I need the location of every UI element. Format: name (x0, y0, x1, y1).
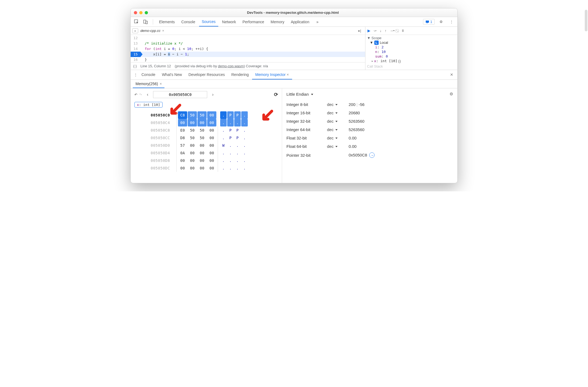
hex-byte[interactable]: 00 (188, 119, 197, 126)
hex-byte[interactable]: 00 (197, 119, 207, 126)
panel-tab-application[interactable]: Application (288, 18, 312, 26)
hex-byte[interactable]: 50 (197, 126, 207, 134)
refresh-icon[interactable]: ⟳ (274, 92, 278, 98)
ascii-char[interactable]: . (220, 126, 227, 134)
minimize-window-button[interactable] (139, 11, 143, 14)
value-format-select[interactable]: dec (327, 144, 349, 149)
panel-tab-network[interactable]: Network (219, 18, 239, 26)
undo-icon[interactable]: ↶ (134, 93, 137, 97)
scope-variable[interactable]: i: 2 (367, 45, 456, 49)
ascii-char[interactable]: . (220, 164, 227, 172)
hex-byte[interactable]: E0 (178, 126, 187, 134)
hex-byte[interactable]: 00 (197, 142, 207, 149)
settings-icon[interactable]: ⚙ (437, 18, 445, 26)
hex-byte[interactable]: 00 (197, 149, 207, 157)
device-icon[interactable] (142, 18, 150, 26)
ascii-char[interactable]: . (220, 149, 227, 157)
hex-byte[interactable]: 00 (207, 126, 216, 134)
hex-byte[interactable]: 57 (178, 142, 187, 149)
maximize-window-button[interactable] (145, 11, 148, 14)
hex-byte[interactable]: 00 (188, 157, 197, 164)
line-number[interactable]: 16 (131, 57, 140, 62)
ascii-char[interactable]: . (227, 149, 234, 157)
hex-byte[interactable]: 50 (188, 126, 197, 134)
drawer-tab-what-s-new[interactable]: What's New (158, 70, 185, 79)
drawer-more-icon[interactable]: ⋮ (133, 73, 138, 77)
pause-exceptions-icon[interactable]: ⏸ (401, 29, 405, 33)
code-line[interactable]: for (int i = 0; i < 10; ++i) { (140, 46, 365, 52)
panel-tab-sources[interactable]: Sources (199, 17, 218, 26)
ascii-char[interactable]: . (234, 164, 241, 172)
ascii-char[interactable]: . (220, 111, 227, 119)
ascii-char[interactable]: . (241, 149, 248, 157)
navigator-icon[interactable]: ▸ (132, 28, 138, 33)
step-over-icon[interactable]: ⤻ (374, 29, 376, 33)
file-tab[interactable]: demo-cpp.cc × (138, 28, 166, 34)
hex-byte[interactable]: 00 (207, 134, 216, 142)
ascii-char[interactable]: P (234, 126, 241, 134)
hex-byte[interactable]: 00 (178, 164, 187, 172)
value-format-select[interactable]: dec (327, 102, 349, 107)
close-drawer-icon[interactable]: × (448, 72, 455, 78)
callstack-header[interactable]: Call Stack (367, 64, 456, 69)
ascii-char[interactable]: P (227, 126, 234, 134)
ascii-char[interactable]: P (234, 134, 241, 142)
ascii-char[interactable]: . (227, 119, 234, 126)
ascii-char[interactable]: . (220, 134, 227, 142)
hex-grid[interactable]: 005050C0C8505000.PP.005050C400000000....… (151, 111, 278, 172)
line-number[interactable]: 15 (131, 52, 140, 57)
endianness-select[interactable]: Little Endian (286, 92, 313, 96)
panel-tab-console[interactable]: Console (179, 18, 198, 26)
code-line[interactable]: } (140, 57, 365, 62)
value-format-select[interactable]: dec (327, 127, 349, 132)
hex-byte[interactable]: 00 (207, 157, 216, 164)
hex-byte[interactable]: 50 (188, 111, 197, 119)
more-tabs-button[interactable]: » (314, 18, 321, 26)
prev-page-icon[interactable]: ‹ (145, 92, 150, 97)
ascii-char[interactable]: . (234, 119, 241, 126)
object-chip[interactable]: x: int [10] (134, 102, 163, 108)
step-icon[interactable]: →• (390, 29, 395, 33)
close-drawer-tab-icon[interactable]: × (286, 72, 289, 77)
line-number[interactable]: 12 (131, 35, 140, 41)
hex-byte[interactable]: 00 (207, 149, 216, 157)
step-into-icon[interactable]: ↓ (380, 29, 382, 33)
ascii-char[interactable]: . (220, 157, 227, 164)
step-out-icon[interactable]: ↑ (385, 29, 387, 33)
close-memory-tab-icon[interactable]: × (160, 82, 162, 86)
panel-tab-elements[interactable]: Elements (156, 18, 177, 26)
hex-byte[interactable]: 00 (188, 149, 197, 157)
hex-byte[interactable]: 0A (178, 149, 187, 157)
reveal-in-memory-icon[interactable]: ⋯ (398, 60, 401, 63)
ascii-char[interactable]: . (241, 126, 248, 134)
hex-byte[interactable]: 00 (178, 157, 187, 164)
ascii-char[interactable]: W (220, 142, 227, 149)
jump-to-pointer-icon[interactable]: → (369, 152, 375, 158)
close-window-button[interactable] (134, 11, 137, 14)
ascii-char[interactable]: . (241, 134, 248, 142)
hex-byte[interactable]: 50 (197, 111, 207, 119)
messages-badge[interactable]: 1 (423, 19, 435, 25)
value-format-select[interactable]: dec (327, 136, 349, 140)
hex-byte[interactable]: 00 (188, 142, 197, 149)
format-icon[interactable]: { } (133, 64, 137, 68)
hex-byte[interactable]: 00 (197, 164, 207, 172)
value-format-select[interactable]: dec (327, 111, 349, 115)
code-editor[interactable]: 1213/* initialize x */14for (int i = 0; … (131, 35, 365, 62)
ascii-char[interactable]: . (241, 142, 248, 149)
inspect-icon[interactable] (133, 18, 140, 26)
close-tab-icon[interactable]: × (162, 29, 164, 33)
hex-byte[interactable]: 00 (207, 164, 216, 172)
run-snippet-icon[interactable]: ▸| (356, 27, 364, 35)
line-number[interactable]: 14 (131, 46, 140, 52)
hex-byte[interactable]: 00 (207, 119, 216, 126)
ascii-char[interactable]: . (234, 149, 241, 157)
ascii-char[interactable]: . (234, 157, 241, 164)
scope-variable[interactable]: ▸x: int [10]⋯ (367, 59, 456, 63)
resume-icon[interactable]: ▶ (368, 29, 370, 33)
address-input[interactable] (153, 91, 207, 98)
ascii-char[interactable]: . (241, 157, 248, 164)
wasm-link[interactable]: demo-cpp.wasm (218, 64, 244, 68)
ascii-char[interactable]: . (241, 111, 248, 119)
drawer-tab-memory-inspector[interactable]: Memory Inspector × (252, 70, 292, 79)
